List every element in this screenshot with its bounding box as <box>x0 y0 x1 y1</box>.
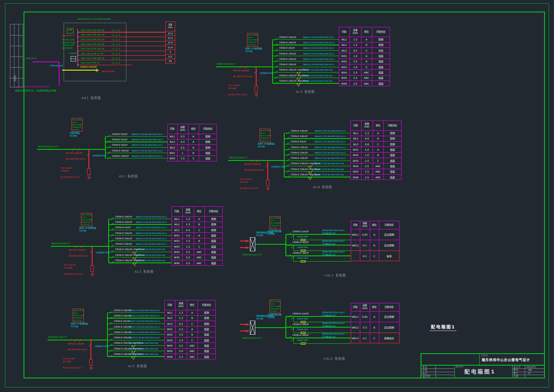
table-cell: 插座 <box>383 158 402 163</box>
table-cell: 照明 <box>372 37 390 42</box>
wire-horizontal <box>284 177 350 177</box>
cable-label: KBG20-CT/CE BV-450/750V-3x2.5 <box>129 310 160 312</box>
table-cell: B <box>370 322 379 333</box>
panel-label: AL4 系统图 <box>313 186 332 189</box>
table-cell: 插座 <box>197 354 216 359</box>
cable-label: KBG20-CT/CE BV-450/750V-3x4 <box>129 342 158 345</box>
table-cell: 应急照明 <box>379 240 399 250</box>
table-header: 容量 (KW) <box>350 27 361 37</box>
load-info-line: Kx=1 <box>260 132 265 134</box>
table-cell: 应急照明 <box>379 322 399 333</box>
cable-label: KBG20-CT/CE BV-450/750V-3x2.5 <box>303 53 334 55</box>
wire-horizontal <box>284 138 350 139</box>
load-info-line: Kx=1 <box>72 122 77 123</box>
table-cell: 插座 <box>372 70 390 75</box>
table-cell: 1 <box>177 150 188 156</box>
wire-horizontal <box>284 144 350 144</box>
wire-horizontal <box>107 356 164 357</box>
breaker-label: C65N-D 16A/1P <box>115 221 132 223</box>
wire-horizontal <box>255 327 286 328</box>
wire-horizontal <box>273 67 339 67</box>
wire-horizontal <box>284 133 350 133</box>
wire-horizontal <box>267 189 269 189</box>
cable-label: KBG20-CT/CE BV-450/750V-3x4 <box>136 260 165 262</box>
wire-horizontal <box>256 97 257 97</box>
table-cell: WX5 <box>164 348 175 354</box>
table-cell: 插座 <box>383 169 402 174</box>
table-cell: C <box>187 321 197 326</box>
table-cell: 插座 <box>197 348 216 354</box>
table-cell: 1.5 <box>350 37 361 42</box>
table-cell: 插座 <box>197 343 216 348</box>
feed-wire-label: BV-450/750V-4x10 <box>233 76 252 78</box>
panel-label: AA1 系统图 <box>81 97 101 100</box>
load-info-line: cosΦ=0.8 <box>260 137 269 139</box>
load-info-line: Pjs=1.05kW <box>270 306 281 307</box>
field-label: 图 号 <box>514 373 518 375</box>
table-cell: 0.8 <box>361 142 373 147</box>
sub-breaker-label: C65N/4P-20A <box>93 155 106 157</box>
spd-label: PYD 16A/4P <box>240 179 251 181</box>
table-cell: WX2 <box>350 152 361 158</box>
breaker-label: C65N-D 16A/1P <box>114 309 131 312</box>
load-info-line: Kx=1 <box>74 312 78 314</box>
wire-horizontal <box>90 274 94 274</box>
table-cell: WX2 <box>171 238 182 243</box>
table-header: 相位 <box>370 221 379 229</box>
cable-label: KBG20-CT/CE BV-450/750V-3x4 <box>315 169 344 171</box>
table-header: 回路用途 <box>379 221 399 229</box>
table-cell: WL2 <box>164 315 175 321</box>
meter-label: PW105550-2 <box>62 35 75 37</box>
table-cell: WX3 <box>339 64 350 70</box>
table-cell: B <box>373 152 383 158</box>
mount-note: 距地1.5m嵌墙暗装 <box>258 143 275 145</box>
cable-label: KBG20-CT/CE BV-450/750V-3x2.5 <box>129 337 160 339</box>
strip-line <box>10 67 23 68</box>
table-cell: 0.1 <box>360 240 370 250</box>
table-cell: ABC <box>361 70 372 75</box>
wire-horizontal <box>228 160 284 161</box>
wire-horizontal <box>88 179 90 179</box>
table-cell: B <box>187 315 197 321</box>
cable-label: KBG20-CT/CE BV-450/750V-3x2.5 <box>303 42 334 44</box>
breaker-label: NSX 100 N TM 3P <box>81 62 100 64</box>
wire-horizontal <box>78 41 165 42</box>
cable-label: KBG20-CT/CE BV-450/750V-3x2.5 <box>303 59 334 61</box>
breaker-label: C65N-D 6A/1P <box>291 141 306 143</box>
table-cell: WL1 <box>171 216 182 222</box>
table-cell: WEL2 <box>351 322 360 333</box>
contactor-label: CDJ/1P-16A <box>297 247 308 249</box>
wire-horizontal <box>107 324 164 324</box>
wire-horizontal <box>37 149 105 149</box>
field-label: 审 核 <box>423 369 427 371</box>
load-info-line: Pjs=60.7kW <box>62 42 75 44</box>
phase-label: L1, 2, 3 <box>112 53 120 55</box>
cable-label: ZR-BV-450/750V-3x2.5 <box>322 312 345 314</box>
breaker-label: C65N-D 2A/1P <box>279 47 295 49</box>
load-info-line: Ij=2.0A <box>270 311 277 312</box>
table-cell: A <box>188 145 199 150</box>
table-cell: 0.4 <box>182 227 194 233</box>
wire-horizontal <box>109 262 171 263</box>
wire-horizontal <box>107 312 164 313</box>
wire-horizontal <box>105 158 167 158</box>
table-cell: B <box>361 59 372 64</box>
table-cell: 0.2 <box>350 48 361 53</box>
table-cell: WL1 <box>339 37 350 42</box>
table-cell: B <box>187 332 197 337</box>
wire-horizontal <box>105 147 167 148</box>
table-cell: ABC <box>194 255 204 260</box>
contactor-label: CDJ/1P-16A <box>297 340 308 342</box>
load-info-line: cosΦ=0.8 <box>270 225 279 227</box>
spd-box <box>87 168 90 175</box>
wire-horizontal <box>107 345 164 346</box>
load-info-line: Ij=1.6A <box>270 227 277 229</box>
meter-dot <box>71 29 72 31</box>
table-header: 回路用途 <box>204 206 223 216</box>
table-header: 回路用途 <box>199 124 217 134</box>
breaker-label: C65N-D 3A/1P <box>112 139 127 141</box>
spd-box <box>90 265 94 272</box>
load-info-line: Kx=1 <box>82 217 87 218</box>
feed-cable-label: WDZ-YJV-5x2.5-CT <box>38 146 59 148</box>
table-cell: 照明 <box>383 130 402 136</box>
